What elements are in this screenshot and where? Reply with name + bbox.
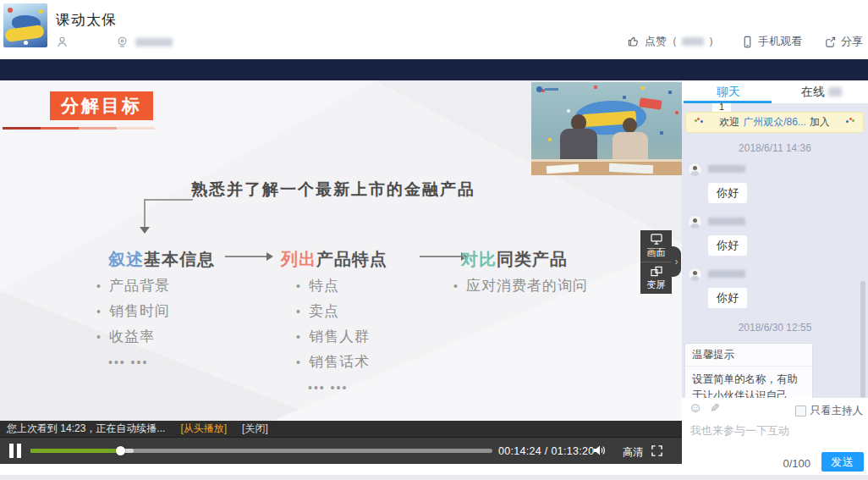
presenter-webcam [531,82,682,175]
presenter-right [623,118,637,133]
emoji-icon[interactable]: ☺ [689,401,702,415]
redacted-viewer-count [135,38,173,47]
chat-sidebar: 聊天 在线 1 欢迎 广州观众/86... 加入 2018/6/11 14:36… [682,80,868,480]
send-button[interactable]: 发送 [821,452,864,472]
progress-bar[interactable] [30,449,492,453]
right-arrow-icon [225,256,267,257]
page-title: 课动太保 [56,10,117,30]
down-arrow-icon [140,227,150,234]
only-host-toggle[interactable]: 只看主持人 [795,404,864,418]
chat-date-divider: 2018/6/30 12:55 [682,322,868,334]
phone-icon [741,36,754,48]
monitor-icon [650,234,663,245]
avatar [688,268,702,282]
chat-message: 你好 [708,288,747,308]
player-letterbox-bar [0,59,868,80]
screen-mode-button[interactable]: 画面 [640,230,672,262]
welcome-username: 广州观众/86... [743,115,806,130]
share-button[interactable]: 分享 [824,34,863,49]
bullet-list-2: 特点 卖点 销售人群 销售话术 ••• ••• [296,273,370,400]
chat-input[interactable] [689,422,861,452]
slide-title-underline [3,127,155,130]
tab-chat[interactable]: 聊天 [682,80,775,103]
slide-heading: 熟悉并了解一个最新上市的金融产品 [191,179,475,201]
chat-input-panel: ☺ ✎ 只看主持人 0/100 发送 [682,398,868,480]
bullet-list-3: 应对消费者的询问 [453,273,588,299]
share-icon [824,36,837,48]
live-course-page: 课动太保 点赞（） 手机观看 [0,0,868,480]
avatar [688,215,702,229]
notice-body: 设置简单的名称，有助于让小伙伴认识自己 [685,367,812,398]
char-counter: 0/100 [783,457,810,470]
volume-icon[interactable] [592,444,607,457]
time-display: 00:14:24 / 01:13:20 [498,445,594,457]
thumbs-up-icon [628,36,640,48]
resume-notice-bar: 您上次看到 14:23，正在自动续播... [从头播放] [关闭] [0,421,682,438]
chat-message: 你好 [708,183,747,203]
course-thumbnail [3,3,47,47]
pause-button[interactable] [9,444,21,458]
redacted-username [708,270,745,278]
party-popper-icon [848,118,857,127]
slide-title: 分解目标 [50,91,153,120]
only-host-checkbox[interactable] [795,406,806,417]
screen-mode-label: 画面 [647,246,666,259]
flow-step-1: 叙述基本信息 [108,248,215,271]
presenter-icon [56,36,69,48]
dual-screen-icon [650,266,663,277]
page-bottom-strip [0,475,868,480]
flow-step-3: 对比同类产品 [461,248,568,271]
sidebar-tabs: 聊天 在线 [682,80,868,103]
quality-selector[interactable]: 高清 [623,445,643,460]
like-label: 点赞（ [645,34,678,49]
avatar [688,163,702,177]
party-popper-icon [692,118,701,127]
chat-message-list: 1 欢迎 广州观众/86... 加入 2018/6/11 14:36 你好 你好… [682,103,868,398]
resume-text: 您上次看到 14:23，正在自动续播... [7,422,165,436]
watch-on-phone-button[interactable]: 手机观看 [741,34,802,49]
redacted-username [708,165,745,173]
swap-screen-label: 变屏 [647,279,666,291]
progress-knob[interactable] [116,446,125,455]
like-button[interactable]: 点赞（） [628,34,719,49]
share-label: 分享 [841,34,863,49]
collapse-panel-arrow[interactable]: › [672,246,681,277]
header-actions: 点赞（） 手机观看 分享 [628,34,863,49]
only-host-label: 只看主持人 [810,404,864,418]
chat-message: 你好 [708,235,747,256]
slide-content: 分解目标 熟悉并了解一个最新上市的金融产品 叙述基本信息 列出产品特点 对比同类… [0,80,682,421]
video-player[interactable]: 分解目标 熟悉并了解一个最新上市的金融产品 叙述基本信息 列出产品特点 对比同类… [0,80,682,464]
notice-title: 温馨提示 [685,344,812,367]
welcome-banner: 欢迎 广州观众/86... 加入 [685,112,864,133]
tab-online[interactable]: 在线 [775,80,868,103]
pencil-icon[interactable]: ✎ [710,402,720,414]
redacted-online-count [828,87,842,97]
connector-line [144,199,193,201]
right-arrow-icon [420,256,462,257]
close-notice-link[interactable]: [关闭] [242,422,268,436]
webcam-icon [116,36,129,48]
progress-played [30,449,121,453]
replay-from-start-link[interactable]: [从头播放] [180,422,227,436]
system-notice-card: 温馨提示 设置简单的名称，有助于让小伙伴认识自己 [685,344,812,398]
redacted-username [708,218,745,225]
redacted-like-count [682,37,704,46]
fullscreen-icon[interactable] [651,444,663,457]
swap-screen-button[interactable]: 变屏 [640,262,672,294]
page-header: 课动太保 点赞（） 手机观看 [0,0,868,59]
chat-date-divider: 2018/6/11 14:36 [682,142,868,154]
watch-on-phone-label: 手机观看 [758,34,802,49]
chat-scrollbar[interactable] [860,281,865,398]
player-controls: 00:14:24 / 01:13:20 高清 [0,438,682,464]
webcam-brand-logo [536,86,558,92]
bullet-list-1: 产品背景 销售时间 收益率 ••• ••• [96,273,170,375]
flow-step-2: 列出产品特点 [281,248,387,271]
